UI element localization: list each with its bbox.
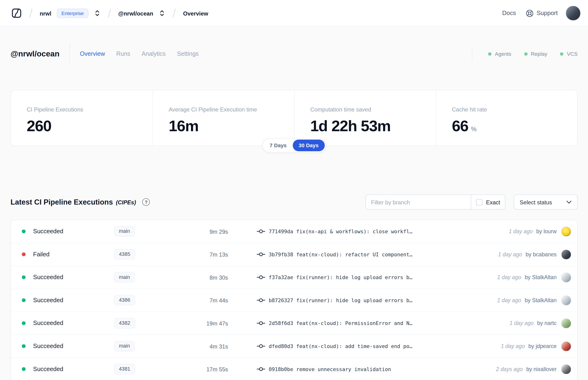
branch-filter-group: Exact: [365, 194, 505, 209]
author-avatar: [561, 249, 571, 259]
breadcrumb-separator: [29, 9, 32, 18]
breadcrumb-separator: [108, 9, 111, 18]
author: by jdpearce: [528, 343, 556, 349]
branch-badge[interactable]: 4381: [114, 364, 135, 374]
branch-badge[interactable]: main: [114, 226, 135, 237]
status-label: Succeeded: [33, 274, 114, 281]
breadcrumb-org[interactable]: nrwl: [40, 10, 51, 16]
breadcrumb-page[interactable]: Overview: [183, 10, 209, 16]
status-dot: [22, 321, 26, 325]
nx-cloud-logo-icon[interactable]: [11, 8, 22, 19]
commit-text[interactable]: 3b79fb38 feat(nx-cloud): refactor UI com…: [269, 251, 412, 258]
stat-value: 16m: [169, 117, 290, 135]
status-label: Succeeded: [33, 343, 114, 350]
branch-filter-input[interactable]: [366, 195, 471, 209]
status-dot: [22, 344, 26, 348]
branch-badge[interactable]: main: [114, 341, 135, 351]
org-switcher-icon[interactable]: [94, 9, 100, 17]
stat-value: 1d 22h 53m: [310, 117, 432, 135]
breadcrumb-separator: [173, 9, 175, 18]
workspace-tab[interactable]: Runs: [116, 50, 130, 57]
stats-card: CI Pipeline Executions 260 Average CI Pi…: [11, 90, 578, 146]
stat-label: Average CI Pipeline Execution time: [169, 106, 290, 113]
time-ago: 1 day ago: [498, 251, 522, 258]
cipes-title-suffix: (CIPEs): [116, 199, 136, 205]
branch-badge[interactable]: 4386: [114, 295, 135, 305]
exact-checkbox[interactable]: [476, 199, 483, 205]
duration: 4m 31s: [178, 343, 228, 349]
time-ago: 2 days ago: [496, 366, 523, 372]
stat-label: Cache hit rate: [452, 106, 573, 113]
stat-computation-time-saved: Computation time saved 1d 22h 53m: [294, 90, 436, 146]
commit-text[interactable]: b8726327 fix(runner): hide log upload er…: [269, 297, 412, 303]
user-avatar[interactable]: [566, 6, 581, 21]
commit-text[interactable]: f37a32ae fix(runner): hide log upload er…: [269, 274, 412, 280]
date-range-toggle: 7 Days 30 Days: [262, 138, 326, 152]
indicator-vcs[interactable]: VCS: [560, 51, 578, 57]
author: by bcabanes: [526, 251, 557, 258]
status-dot: [22, 298, 26, 302]
branch-badge[interactable]: 4385: [114, 249, 135, 260]
workspace-switcher-icon[interactable]: [159, 9, 165, 17]
workspace-tab[interactable]: Settings: [177, 50, 199, 57]
commit-text[interactable]: 2d58f6d3 feat(nx-cloud): PermissionError…: [269, 320, 412, 326]
range-option-30-days[interactable]: 30 Days: [293, 140, 324, 152]
duration: 17m 55s: [178, 366, 228, 372]
commit-text[interactable]: dfed80d3 feat(nx-cloud): add time-saved …: [269, 343, 412, 349]
time-ago: 1 day ago: [509, 228, 533, 234]
support-link[interactable]: Support: [526, 9, 558, 17]
branch-badge[interactable]: main: [114, 272, 135, 283]
cipe-row[interactable]: Succeeded 4382 19m 47s 2d58f6d3 feat(nx-…: [11, 312, 577, 335]
stat-cache-hit-rate: Cache hit rate 66%: [436, 90, 577, 146]
indicator-replay[interactable]: Replay: [524, 51, 547, 57]
branch-badge[interactable]: 4382: [114, 318, 135, 328]
indicator-agents[interactable]: Agents: [488, 51, 511, 57]
cipes-table: Succeeded main 9m 29s 771499da fix(nx-ap…: [11, 220, 578, 380]
divider: [70, 44, 70, 64]
help-icon[interactable]: ?: [142, 198, 150, 206]
cipe-row[interactable]: Succeeded 4386 7m 44s b8726327 fix(runne…: [11, 289, 577, 312]
status-label: Succeeded: [33, 228, 114, 235]
cipe-row[interactable]: Succeeded main 9m 29s 771499da fix(nx-ap…: [11, 220, 577, 243]
status-select-dropdown[interactable]: Select status: [514, 194, 578, 209]
exact-label[interactable]: Exact: [486, 199, 500, 205]
time-ago: 1 day ago: [497, 274, 521, 280]
docs-link[interactable]: Docs: [502, 10, 516, 17]
green-dot-icon: [524, 52, 527, 56]
stat-ci-pipeline-executions: CI Pipeline Executions 260: [11, 90, 152, 146]
time-ago: 1 day ago: [497, 297, 521, 303]
stat-average-execution-time: Average CI Pipeline Execution time 16m: [152, 90, 294, 146]
breadcrumb-workspace[interactable]: @nrwl/ocean: [118, 10, 153, 16]
status-dot: [22, 229, 26, 233]
duration: 8m 30s: [178, 274, 228, 281]
commit-text[interactable]: 771499da fix(nx-api & workflows): close …: [269, 228, 412, 234]
author-avatar: [561, 318, 571, 328]
cipe-row[interactable]: Succeeded 4381 17m 55s 0918b0be remove u…: [11, 358, 577, 380]
cipe-row[interactable]: Succeeded main 8m 30s f37a32ae fix(runne…: [11, 266, 577, 289]
workspace-tab[interactable]: Overview: [80, 50, 105, 57]
status-select-label: Select status: [520, 199, 552, 205]
time-ago: 1 day ago: [510, 320, 534, 326]
status-dot: [22, 252, 26, 256]
author: by nartc: [537, 320, 557, 326]
workspace-header: @nrwl/ocean Overview Runs Analytics Sett…: [11, 43, 578, 64]
cipe-row[interactable]: Failed 4385 7m 13s 3b79fb38 feat(nx-clou…: [11, 243, 577, 266]
cipes-section-header: Latest CI Pipeline Executions (CIPEs) ? …: [11, 194, 578, 209]
status-label: Succeeded: [33, 297, 114, 304]
author-avatar: [561, 341, 571, 351]
stat-unit: %: [471, 126, 476, 133]
duration: 7m 44s: [178, 297, 228, 303]
stat-label: CI Pipeline Executions: [27, 106, 149, 113]
range-option-7-days[interactable]: 7 Days: [264, 140, 293, 152]
cipe-row[interactable]: Succeeded main 4m 31s dfed80d3 feat(nx-c…: [11, 335, 577, 358]
duration: 19m 47s: [178, 320, 228, 326]
commit-icon: [257, 252, 265, 257]
author-avatar: [561, 295, 571, 305]
stat-value: 260: [27, 117, 149, 135]
commit-text[interactable]: 0918b0be remove unnecessary invalidation: [269, 366, 391, 372]
stat-value: 66%: [452, 117, 573, 135]
workspace-tab[interactable]: Analytics: [142, 50, 166, 57]
green-dot-icon: [488, 52, 491, 56]
status-label: Failed: [33, 251, 114, 258]
green-dot-icon: [560, 52, 563, 56]
